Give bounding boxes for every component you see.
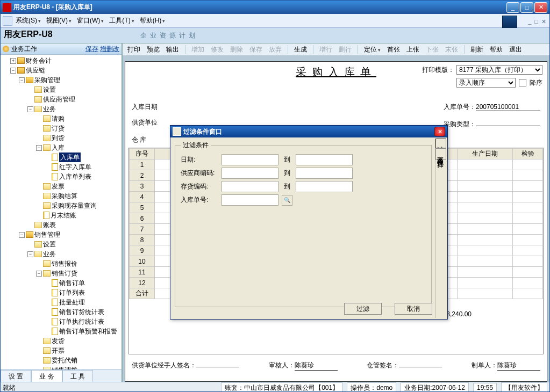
tb-exit[interactable]: 退出 — [506, 44, 525, 55]
mdi-close-icon[interactable]: ✕ — [541, 18, 546, 25]
brand-slogan: 企业资源计划 — [140, 31, 198, 40]
filter-docno-input[interactable] — [222, 194, 278, 206]
page-icon — [52, 279, 58, 287]
grid-row-header[interactable]: 3 — [130, 181, 155, 192]
filter-date-to[interactable] — [296, 154, 353, 165]
tb-help[interactable]: 帮助 — [487, 44, 505, 55]
sidebar-tab-settings[interactable]: 设 置 — [1, 370, 31, 382]
side-tab-advanced[interactable]: 高级条件选择 — [435, 148, 446, 160]
tb-add[interactable]: 增加 — [189, 44, 207, 55]
grid-row-header[interactable]: 10 — [130, 256, 155, 267]
folder-icon — [43, 144, 51, 151]
brand-logo: 用友ERP-U8 — [4, 29, 53, 40]
dialog-side-tabs: 过滤条件 高级条件选择 — [435, 139, 446, 318]
page-icon — [52, 289, 58, 296]
status-bizdate: 业务日期:2007-06-12 — [401, 382, 469, 393]
nav-item-inbound[interactable]: 入库单 — [59, 153, 81, 162]
book-icon — [17, 57, 25, 64]
window-titlebar: 用友ERP-U8 - [采购入库单] _ □ ✕ — [1, 1, 549, 14]
sidebar-link-edit[interactable]: 增删改 — [100, 45, 119, 53]
filter-date-from[interactable] — [222, 154, 278, 165]
filter-inventory-from[interactable] — [222, 181, 278, 192]
folder-icon — [43, 135, 51, 141]
dialog-close-button[interactable]: ✕ — [434, 127, 445, 136]
grid-row-header[interactable]: 4 — [130, 192, 155, 202]
grid-row-header[interactable]: 1 — [130, 159, 155, 170]
folder-icon — [34, 222, 42, 228]
filter-vendor-to[interactable] — [296, 168, 353, 179]
tb-locate[interactable]: 定位▾ — [361, 44, 383, 55]
dialog-title: 过滤条件窗口 — [183, 127, 434, 136]
grid-row-header[interactable]: 5 — [130, 202, 155, 213]
tb-save[interactable]: 保存 — [247, 44, 265, 55]
page-icon — [52, 318, 58, 325]
sidebar-header-icon — [3, 46, 9, 52]
sidebar-tabs: 设 置 业 务 工 具 — [1, 369, 122, 382]
tb-abandon[interactable]: 放弃 — [266, 44, 284, 55]
side-tab-filter[interactable]: 过滤条件 — [435, 139, 446, 148]
minimize-button[interactable]: _ — [506, 2, 519, 13]
desc-checkbox[interactable] — [519, 79, 526, 86]
sidebar-link-save[interactable]: 保存 — [85, 45, 98, 53]
page-icon — [52, 328, 58, 335]
menu-tools[interactable]: 工具(T)▾ — [107, 15, 136, 26]
tb-delete[interactable]: 删除 — [227, 44, 246, 55]
page-icon — [52, 163, 58, 171]
folder-icon — [43, 202, 51, 209]
grid-row-header[interactable]: 7 — [130, 224, 155, 235]
tb-delrow[interactable]: 删行 — [336, 44, 354, 55]
nav-tree[interactable]: +财务会计 −供应链 −采购管理 设置 供应商管理 −业务 请购 — [1, 55, 122, 369]
maximize-button[interactable]: □ — [520, 2, 533, 13]
tb-edit[interactable]: 修改 — [208, 44, 226, 55]
status-account: 账套：中山市日威食品有限公司【001】 — [221, 382, 342, 393]
tb-generate[interactable]: 生成 — [291, 44, 310, 55]
close-button[interactable]: ✕ — [534, 2, 547, 13]
tb-last[interactable]: 末张 — [442, 44, 461, 55]
expand-icon[interactable]: + — [10, 58, 16, 64]
grid-row-header[interactable]: 9 — [130, 245, 155, 256]
doc-no-value: 200705100001 — [476, 103, 540, 111]
status-operator: 操作员：demo — [347, 382, 396, 393]
tb-refresh[interactable]: 刷新 — [468, 44, 486, 55]
sidebar-tab-business[interactable]: 业 务 — [31, 370, 62, 382]
print-template-select[interactable]: 8177 采购入库（打印） — [456, 65, 542, 75]
grid-row-header[interactable]: 2 — [130, 170, 155, 181]
grid-row-header[interactable]: 8 — [130, 235, 155, 245]
sidebar-tab-tools[interactable]: 工 具 — [62, 370, 93, 382]
menu-view[interactable]: 视图(V)▾ — [44, 15, 74, 26]
dialog-filter-button[interactable]: 过滤 — [344, 303, 382, 315]
book-icon — [26, 231, 33, 238]
grid-row-header[interactable]: 11 — [130, 267, 155, 278]
filter-inventory-to[interactable] — [296, 181, 353, 192]
folder-icon — [34, 96, 42, 103]
folder-icon — [34, 241, 42, 248]
grid-row-header[interactable]: 12 — [130, 278, 155, 288]
status-time: 19:55 — [473, 383, 497, 392]
tb-prev[interactable]: 上张 — [404, 44, 422, 55]
folder-icon — [43, 338, 51, 344]
tb-preview[interactable]: 预览 — [144, 44, 162, 55]
lookup-icon[interactable]: 🔍 — [282, 195, 292, 206]
tb-next[interactable]: 下张 — [423, 44, 441, 55]
collapse-icon[interactable]: − — [10, 68, 16, 74]
filter-vendor-from[interactable] — [222, 168, 278, 179]
tb-print[interactable]: 打印 — [125, 44, 143, 55]
folder-icon — [43, 260, 51, 267]
tb-first[interactable]: 首张 — [384, 44, 403, 55]
sort-order-select[interactable]: 录入顺序 — [456, 78, 516, 88]
doc-toolbar: 打印 预览 输出 增加 修改 删除 保存 放弃 生成 增行 删行 定位▾ 首张 … — [123, 43, 549, 56]
folder-icon — [43, 183, 51, 190]
mdi-minimize-icon[interactable]: _ — [528, 18, 531, 25]
grid-row-header[interactable]: 6 — [130, 213, 155, 224]
tb-addrow[interactable]: 增行 — [317, 44, 335, 55]
menu-help[interactable]: 帮助(H)▾ — [138, 15, 168, 26]
menu-window[interactable]: 窗口(W)▾ — [75, 15, 106, 26]
menu-system[interactable]: 系统(S)▾ — [13, 15, 43, 26]
sidebar: 业务工作 保存 增删改 +财务会计 −供应链 −采购管理 设置 供应商管理 — [1, 43, 123, 382]
mdi-restore-icon[interactable]: □ — [534, 18, 538, 25]
status-corp: 【用友软件】 — [501, 382, 547, 393]
tb-output[interactable]: 输出 — [163, 44, 182, 55]
folder-icon — [43, 193, 51, 199]
dialog-cancel-button[interactable]: 取消 — [395, 303, 432, 315]
dialog-icon — [173, 127, 181, 136]
